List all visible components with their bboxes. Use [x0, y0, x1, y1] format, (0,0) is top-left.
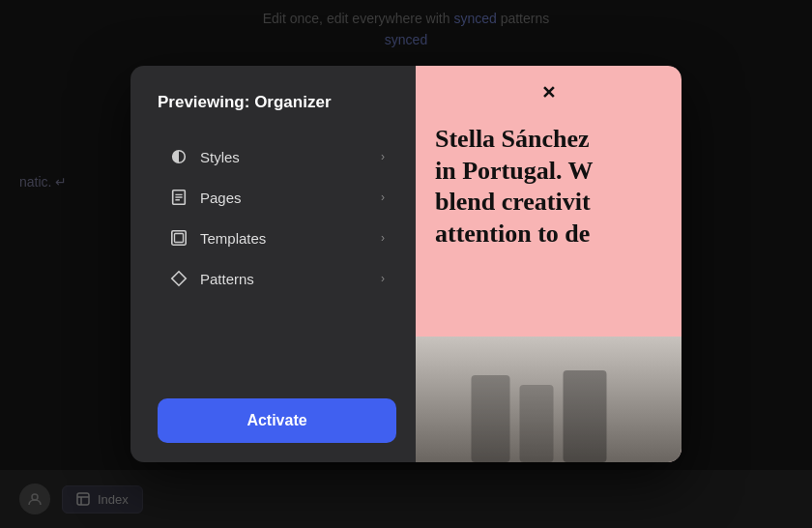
modal-left-panel: Previewing: Organizer Styles ›	[130, 66, 416, 462]
preview-content: Stella Sánchez in Portugal. W blend crea…	[416, 124, 682, 249]
modal-title: Previewing: Organizer	[158, 93, 396, 112]
styles-arrow: ›	[381, 150, 385, 163]
svg-rect-10	[175, 234, 184, 243]
modal-overlay: Previewing: Organizer Styles ›	[0, 0, 812, 528]
pages-label: Pages	[200, 190, 369, 206]
menu-item-pages[interactable]: Pages ›	[158, 178, 396, 217]
preview-text: Stella Sánchez in Portugal. W blend crea…	[435, 124, 662, 249]
menu-item-styles[interactable]: Styles ›	[158, 137, 396, 176]
svg-rect-12	[472, 375, 510, 462]
preview-line-4: attention to de	[435, 219, 662, 250]
activate-button[interactable]: Activate	[158, 398, 396, 443]
menu-item-patterns[interactable]: Patterns ›	[158, 259, 396, 298]
modal-preview-panel: ✕ Stella Sánchez in Portugal. W blend cr…	[416, 66, 682, 462]
patterns-label: Patterns	[200, 271, 369, 287]
svg-rect-13	[520, 385, 554, 462]
templates-icon	[169, 228, 188, 248]
menu-list: Styles › Pages ›	[158, 137, 396, 379]
patterns-icon	[169, 269, 188, 288]
styles-label: Styles	[200, 149, 369, 165]
menu-item-templates[interactable]: Templates ›	[158, 219, 396, 257]
preview-line-3: blend creativit	[435, 187, 662, 219]
preview-image	[416, 337, 682, 462]
templates-arrow: ›	[381, 231, 385, 245]
svg-rect-14	[564, 370, 607, 462]
previewing-modal: Previewing: Organizer Styles ›	[130, 66, 682, 462]
pages-icon	[169, 188, 188, 207]
half-circle-icon	[169, 147, 188, 166]
preview-image-strip	[416, 337, 682, 462]
preview-line-2: in Portugal. W	[435, 156, 662, 188]
patterns-arrow: ›	[381, 272, 385, 285]
templates-label: Templates	[200, 230, 369, 247]
pages-arrow: ›	[381, 191, 385, 204]
preview-line-1: Stella Sánchez	[435, 124, 662, 156]
preview-close-button[interactable]: ✕	[536, 79, 563, 106]
